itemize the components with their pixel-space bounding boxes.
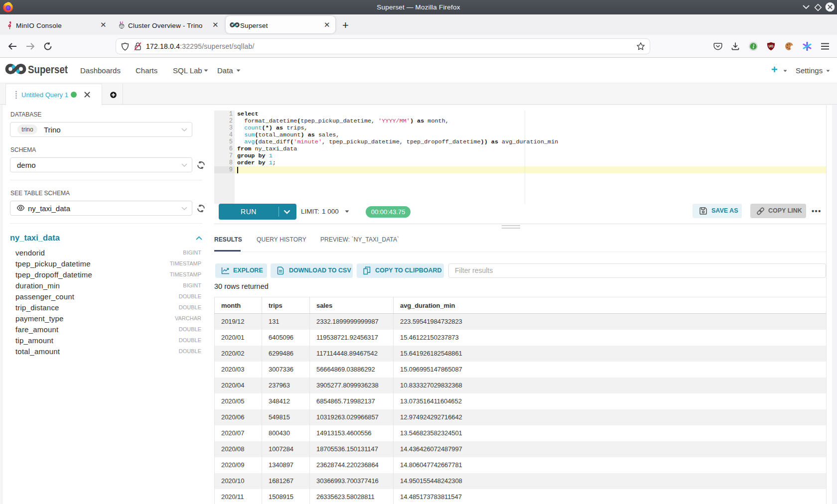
svg-text:UO: UO [769,44,774,48]
